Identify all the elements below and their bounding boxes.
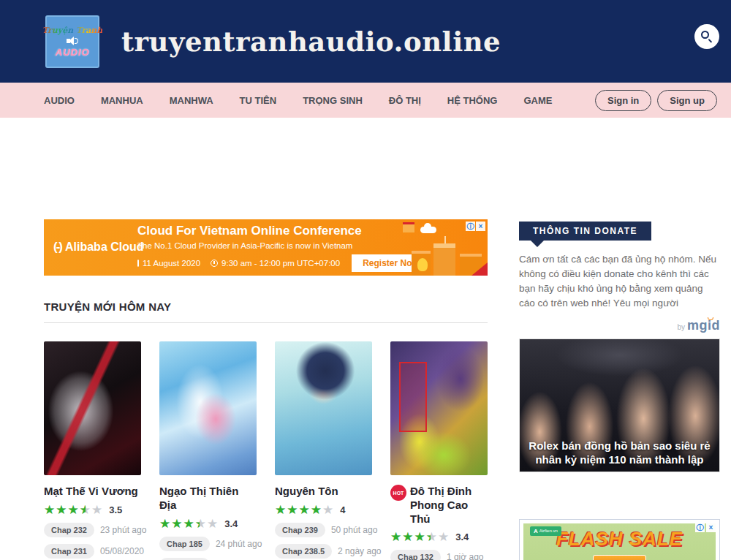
flash-sale-ad[interactable]: AAirfien.vn FLASH SALE XEM NGAY ⓘ ×	[519, 519, 720, 560]
chapter-chip[interactable]: Chap 184	[159, 558, 210, 560]
mgid-logo: mgid	[687, 318, 720, 333]
nav-item-tu-tien[interactable]: TU TIÊN	[240, 95, 277, 106]
ad-close-icon[interactable]: ×	[706, 523, 716, 532]
ad-time: 9:30 am - 12:00 pm UTC+07:00	[221, 259, 340, 268]
star-rating: ★★★★★ ★★★★★	[44, 504, 103, 516]
comic-cover[interactable]	[44, 341, 141, 475]
clock-icon	[211, 260, 218, 267]
nav-item-manhwa[interactable]: MANHWA	[170, 95, 213, 106]
nav-item-game[interactable]: GAME	[523, 95, 552, 106]
nav-item-trong-sinh[interactable]: TRỌNG SINH	[303, 95, 363, 106]
chapter-time: 24 phút ago	[216, 539, 262, 549]
rating-value: 4	[340, 504, 345, 515]
star-rating: ★★★★★ ★★★★★	[159, 518, 219, 530]
ad-brand: (-) Alibaba Cloud	[53, 240, 144, 254]
site-title[interactable]: truyentranhaudio.online	[121, 26, 501, 58]
ad-network-badge: AAirfien.vn	[530, 526, 561, 536]
comic-title[interactable]: Ngạo Thị Thiên Địa	[159, 485, 257, 512]
chapter-time: 50 phút ago	[331, 525, 377, 535]
star-rating: ★★★★★ ★★★★★	[390, 531, 450, 543]
chapter-time: 05/08/2020	[100, 546, 144, 556]
comic-card: Ngạo Thị Thiên Địa ★★★★★ ★★★★★ 3.4 Chap …	[159, 341, 257, 560]
comic-title[interactable]: Mạt Thế Vi Vương	[44, 485, 138, 499]
ad-info-icon[interactable]: ⓘ	[695, 523, 705, 532]
donate-heading: THÔNG TIN DONATE	[519, 222, 651, 241]
search-icon	[701, 31, 709, 39]
alibaba-ad-banner[interactable]: (-) Alibaba Cloud Cloud For Vietnam Onli…	[44, 219, 488, 276]
nav-item-audio[interactable]: AUDIO	[44, 95, 75, 106]
chapter-time: 2 ngày ago	[338, 546, 381, 556]
comic-title[interactable]: Đô Thị Đỉnh Phong Cao Thủ	[410, 485, 488, 526]
ad-close-icon[interactable]: ×	[476, 222, 485, 231]
xem-ngay-button[interactable]: XEM NGAY	[593, 555, 646, 560]
comic-card: Nguyên Tôn ★★★★★ ★★★★★ 4 Chap 239 50 phú…	[275, 341, 372, 560]
ad-info-icon[interactable]: ⓘ	[466, 222, 475, 231]
logo-text-top: Truyện Tranh	[42, 26, 103, 35]
ad-subtitle: The No.1 Cloud Provider in Asia-Pacific …	[137, 241, 408, 250]
mgid-by-label: by	[677, 323, 685, 331]
rating-value: 3.5	[109, 504, 122, 515]
alibaba-logo-icon: (-)	[53, 240, 61, 254]
comic-cover[interactable]	[275, 341, 372, 475]
comic-cover[interactable]	[390, 341, 488, 475]
star-rating: ★★★★★ ★★★★★	[275, 504, 334, 516]
nav-item-do-thi[interactable]: ĐÔ THỊ	[389, 95, 421, 106]
chapter-chip[interactable]: Chap 231	[44, 544, 94, 559]
chapter-chip[interactable]: Chap 239	[275, 523, 325, 537]
logo-text-audio: AUDIO	[56, 47, 90, 58]
comic-cover[interactable]	[159, 341, 257, 475]
comic-card: HOT Đô Thị Đỉnh Phong Cao Thủ ★★★★★ ★★★★…	[390, 341, 488, 560]
native-ad-caption: Rolex bán đồng hồ bản sao siêu rẻ nhân k…	[523, 439, 716, 467]
chapter-chip[interactable]: Chap 238.5	[275, 544, 332, 559]
mgid-attribution[interactable]: bymgid	[519, 318, 720, 333]
search-button[interactable]	[694, 24, 719, 49]
chapter-chip[interactable]: Chap 232	[44, 523, 94, 537]
nav-item-manhua[interactable]: MANHUA	[101, 95, 143, 106]
comic-grid: Mạt Thế Vi Vương ★★★★★ ★★★★★ 3.5 Chap 23…	[44, 341, 488, 560]
speaker-icon	[67, 37, 78, 45]
ad-date: 11 August 2020	[143, 259, 200, 268]
comic-card: Mạt Thế Vi Vương ★★★★★ ★★★★★ 3.5 Chap 23…	[44, 341, 141, 560]
ad-title: Cloud For Vietnam Online Conference	[137, 224, 408, 238]
site-header: Truyện Tranh AUDIO truyentranhaudio.onli…	[0, 0, 731, 83]
comic-title[interactable]: Nguyên Tôn	[275, 485, 338, 499]
chapter-time: 23 phút ago	[100, 525, 146, 535]
section-title-new-today: TRUYỆN MỚI HÔM NAY	[44, 300, 488, 323]
sign-up-button[interactable]: Sign up	[657, 90, 717, 111]
chapter-chip[interactable]: Chap 185	[159, 537, 210, 551]
sidebar: THÔNG TIN DONATE Cám ơn tất cả các bạn đ…	[519, 118, 720, 560]
rating-value: 3.4	[455, 531, 469, 542]
nav-item-he-thong[interactable]: HỆ THỐNG	[447, 95, 498, 106]
hot-badge: HOT	[390, 485, 406, 501]
page-content: (-) Alibaba Cloud Cloud For Vietnam Onli…	[0, 118, 731, 560]
site-logo[interactable]: Truyện Tranh AUDIO	[45, 15, 99, 68]
calendar-icon	[137, 260, 139, 267]
native-ad[interactable]: Rolex bán đồng hồ bản sao siêu rẻ nhân k…	[519, 338, 720, 472]
main-nav: AUDIO MANHUA MANHWA TU TIÊN TRỌNG SINH Đ…	[0, 83, 731, 118]
chapter-chip[interactable]: Chap 132	[390, 550, 441, 560]
sign-in-button[interactable]: Sign in	[595, 90, 651, 111]
rating-value: 3.4	[224, 518, 238, 529]
donate-text: Cám ơn tất cả các bạn đã ủng hộ nhóm. Nế…	[519, 252, 720, 311]
chapter-time: 1 giờ ago	[447, 552, 484, 560]
ad-brand-name: Alibaba Cloud	[65, 241, 144, 254]
